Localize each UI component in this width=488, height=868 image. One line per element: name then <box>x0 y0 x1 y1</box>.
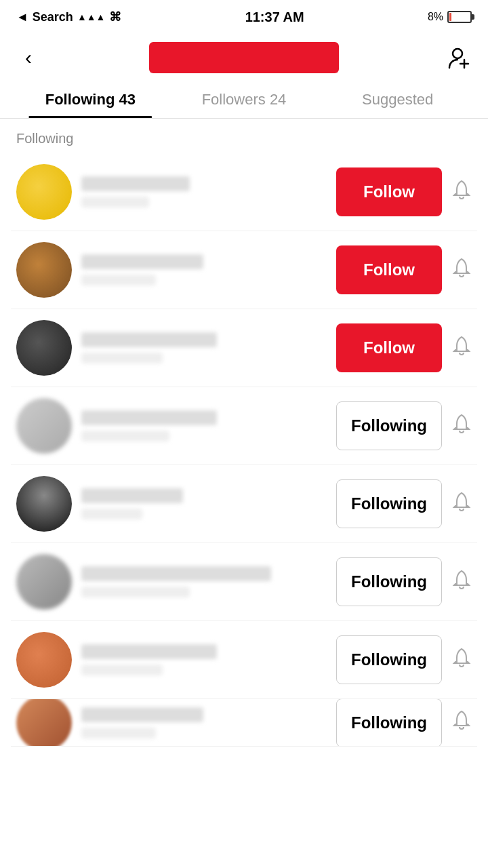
user-name-redacted <box>81 488 183 503</box>
user-name-redacted <box>81 707 203 722</box>
battery-fill <box>449 13 451 21</box>
user-actions: Follow <box>336 167 472 216</box>
list-item: Following <box>11 543 477 621</box>
user-subtitle-redacted <box>81 275 156 285</box>
user-actions: Follow <box>336 245 472 294</box>
list-item: Following <box>11 621 477 699</box>
user-subtitle-redacted <box>81 728 156 738</box>
back-chevron-icon: ‹ <box>25 46 32 69</box>
user-name-redacted <box>81 410 217 425</box>
user-info <box>81 332 327 363</box>
list-item: Following <box>11 699 477 747</box>
user-name-redacted <box>81 176 190 191</box>
notification-bell-icon[interactable] <box>451 647 472 673</box>
user-actions: Following <box>336 557 472 606</box>
add-user-icon <box>447 45 472 71</box>
user-list: Follow Follow Follow Following Following… <box>0 153 488 747</box>
section-label: Following <box>0 119 488 153</box>
battery-percent: 8% <box>428 11 443 23</box>
notification-bell-icon[interactable] <box>451 179 472 205</box>
user-subtitle-redacted <box>81 665 163 675</box>
user-name-redacted <box>81 644 217 659</box>
user-name-redacted <box>81 332 217 347</box>
follow-button[interactable]: Follow <box>336 167 442 216</box>
avatar <box>16 699 72 747</box>
list-item: Following <box>11 387 477 465</box>
time-display: 11:37 AM <box>245 9 304 25</box>
user-subtitle-redacted <box>81 197 149 208</box>
avatar <box>16 320 72 376</box>
user-info <box>81 254 327 285</box>
carrier-signal: ◄ Search ▲▲▲ ⌘ <box>16 9 121 24</box>
notification-bell-icon[interactable] <box>451 569 472 595</box>
avatar <box>16 476 72 532</box>
status-bar: ◄ Search ▲▲▲ ⌘ 11:37 AM 8% <box>0 0 488 34</box>
user-actions: Following <box>336 635 472 684</box>
tab-following[interactable]: Following 43 <box>14 81 167 118</box>
user-subtitle-redacted <box>81 509 142 519</box>
user-actions: Follow <box>336 323 472 372</box>
user-actions: Following <box>336 401 472 450</box>
list-item: Following <box>11 465 477 543</box>
follow-button[interactable]: Follow <box>336 323 442 372</box>
user-info <box>81 410 327 441</box>
tab-followers[interactable]: Followers 24 <box>167 81 321 118</box>
notification-bell-icon[interactable] <box>451 491 472 517</box>
user-subtitle-redacted <box>81 431 169 441</box>
user-subtitle-redacted <box>81 587 190 597</box>
user-info <box>81 176 327 208</box>
user-name-redacted <box>81 566 271 581</box>
list-item: Follow <box>11 231 477 309</box>
notification-bell-icon[interactable] <box>451 413 472 439</box>
user-name-redacted <box>81 254 203 269</box>
following-button[interactable]: Following <box>336 699 442 747</box>
tabs-container: Following 43 Followers 24 Suggested <box>0 81 488 119</box>
battery-area: 8% <box>428 11 472 23</box>
user-actions: Following <box>336 699 472 747</box>
tab-following-label: Following 43 <box>45 91 136 108</box>
list-item: Follow <box>11 153 477 231</box>
user-actions: Following <box>336 479 472 528</box>
wifi-icon: ⌘ <box>109 9 121 24</box>
avatar <box>16 632 72 688</box>
svg-point-0 <box>453 49 462 58</box>
following-button[interactable]: Following <box>336 479 442 528</box>
notification-bell-icon[interactable] <box>451 709 472 736</box>
follow-button[interactable]: Follow <box>336 245 442 294</box>
back-arrow-icon: ◄ <box>16 10 28 24</box>
signal-bars-icon: ▲▲▲ <box>77 12 106 22</box>
carrier-label: Search <box>33 10 73 24</box>
avatar <box>16 164 72 220</box>
following-button[interactable]: Following <box>336 401 442 450</box>
nav-bar: ‹ <box>0 34 488 81</box>
avatar <box>16 242 72 298</box>
back-button[interactable]: ‹ <box>14 43 43 73</box>
user-subtitle-redacted <box>81 353 163 363</box>
user-info <box>81 488 327 519</box>
notification-bell-icon[interactable] <box>451 335 472 361</box>
avatar <box>16 398 72 454</box>
following-button[interactable]: Following <box>336 557 442 606</box>
nav-title-redacted <box>149 42 339 73</box>
following-button[interactable]: Following <box>336 635 442 684</box>
user-info <box>81 707 327 738</box>
tab-suggested[interactable]: Suggested <box>321 81 474 118</box>
user-info <box>81 644 327 675</box>
notification-bell-icon[interactable] <box>451 257 472 283</box>
list-item: Follow <box>11 309 477 387</box>
tab-suggested-label: Suggested <box>362 91 433 108</box>
user-info <box>81 566 327 597</box>
avatar <box>16 554 72 610</box>
add-user-button[interactable] <box>445 43 474 73</box>
battery-icon <box>447 11 472 23</box>
tab-followers-label: Followers 24 <box>202 91 287 108</box>
